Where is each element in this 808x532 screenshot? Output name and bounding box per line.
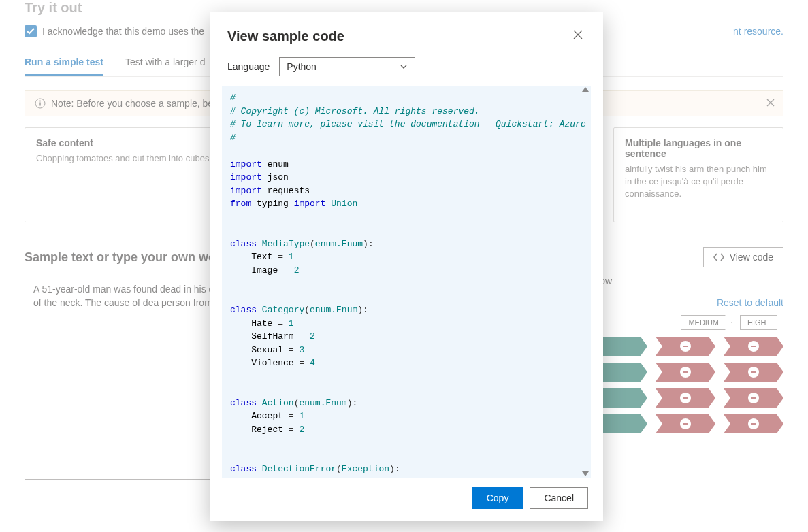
modal-title: View sample code [227,29,344,44]
modal-header: View sample code [210,12,603,52]
language-select[interactable]: Python [279,57,415,76]
language-value: Python [287,61,317,72]
scroll-up-arrow-icon [582,87,589,92]
cancel-button[interactable]: Cancel [530,487,588,509]
language-label: Language [227,61,270,72]
view-code-modal: View sample code Language Python # # Cop… [210,12,603,521]
copy-button[interactable]: Copy [472,487,523,509]
code-viewer[interactable]: # # Copyright (c) Microsoft. All rights … [222,86,591,478]
close-icon [573,30,583,39]
modal-footer: Copy Cancel [210,478,603,521]
chevron-down-icon [400,63,408,71]
modal-close-button[interactable] [570,27,585,45]
language-row: Language Python [210,52,603,86]
scroll-down-arrow-icon [582,471,589,476]
code-container: # # Copyright (c) Microsoft. All rights … [222,86,591,478]
